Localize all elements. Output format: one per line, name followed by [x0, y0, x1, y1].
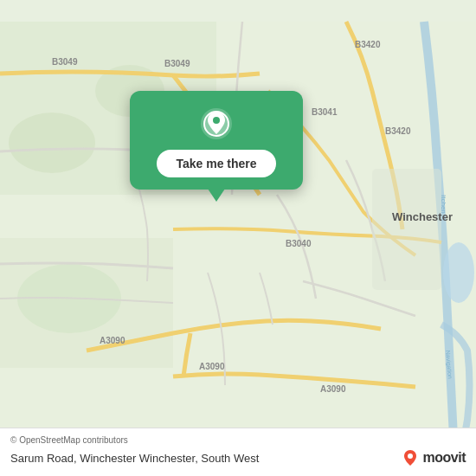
moovit-pin-icon — [401, 448, 420, 467]
svg-text:B3040: B3040 — [286, 239, 312, 248]
svg-text:A3090: A3090 — [199, 362, 225, 371]
copyright-text: © OpenStreetMap contributors — [10, 435, 466, 445]
svg-text:B3049: B3049 — [52, 57, 78, 67]
popup-card: Take me there — [130, 91, 303, 190]
location-row: Sarum Road, Winchester Winchester, South… — [10, 448, 466, 467]
svg-text:B3041: B3041 — [312, 107, 338, 117]
bottom-bar: © OpenStreetMap contributors Sarum Road,… — [0, 428, 476, 476]
svg-point-8 — [443, 242, 474, 303]
map-svg: Itchen Navigation — [0, 0, 476, 476]
svg-rect-9 — [372, 169, 441, 290]
map-container: Itchen Navigation — [0, 0, 476, 476]
svg-point-23 — [408, 453, 413, 459]
svg-point-22 — [213, 117, 220, 124]
location-pin-icon — [199, 106, 234, 141]
svg-text:B3420: B3420 — [355, 40, 381, 49]
svg-text:B3420: B3420 — [385, 126, 411, 136]
svg-text:Winchester: Winchester — [392, 210, 453, 223]
location-text: Sarum Road, Winchester Winchester, South… — [10, 452, 259, 465]
svg-text:A3090: A3090 — [100, 336, 125, 345]
take-me-there-button[interactable]: Take me there — [157, 150, 275, 177]
svg-point-4 — [9, 113, 95, 173]
moovit-logo: moovit — [401, 448, 466, 467]
moovit-label: moovit — [423, 450, 466, 466]
svg-text:A3090: A3090 — [320, 384, 346, 394]
svg-text:B3049: B3049 — [164, 59, 190, 68]
